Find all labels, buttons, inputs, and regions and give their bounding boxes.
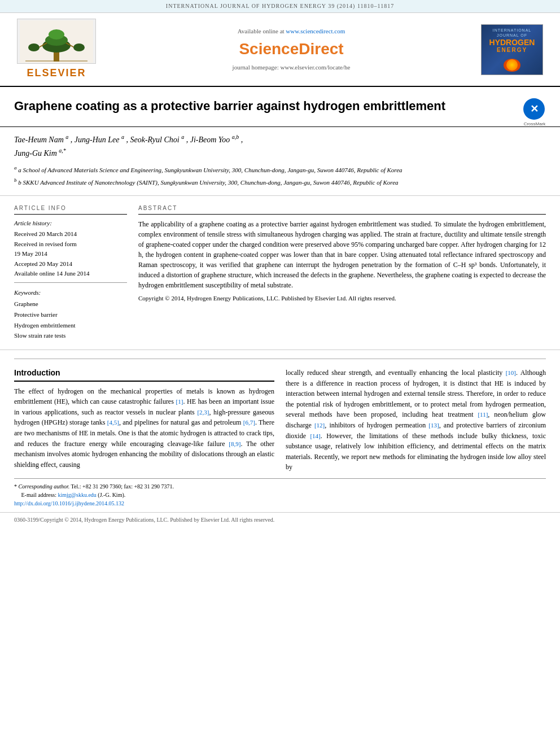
introduction-two-col: Introduction The effect of hydrogen on t…: [14, 368, 546, 473]
history-title: Article history:: [14, 219, 127, 228]
footnote-section: * Corresponding author. Tel.: * Correspo…: [14, 478, 546, 508]
authors-section: Tae-Heum Nam a , Jung-Hun Lee a , Seok-R…: [0, 127, 560, 195]
ref-13[interactable]: [13]: [428, 422, 439, 429]
ref-14[interactable]: [14]: [310, 433, 320, 439]
footnote-corresponding: * Corresponding author. Tel.: * Correspo…: [14, 482, 546, 491]
info-abstract-section: Article Info Article history: Received 2…: [0, 196, 560, 351]
intro-col-right: locally reduced shear strength, and even…: [286, 368, 546, 473]
keyword-hydrogen: Hydrogen embrittlement: [14, 320, 127, 331]
footer-bar: 0360-3199/Copyright © 2014, Hydrogen Ene…: [0, 512, 560, 527]
authors-list: Tae-Heum Nam a , Jung-Hun Lee a , Seok-R…: [14, 133, 546, 160]
svg-point-6: [28, 43, 40, 51]
ref-10[interactable]: [10]: [506, 369, 516, 376]
received-revised-date: 19 May 2014: [14, 249, 127, 259]
abstract-title: Abstract: [138, 204, 546, 215]
elsevier-logo: ELSEVIER: [11, 19, 102, 80]
footnote-email: E-mail address: kimjg@skku.edu (J.-G. Ki…: [14, 491, 546, 499]
received-date: Received 20 March 2014: [14, 229, 127, 239]
svg-point-4: [49, 29, 64, 40]
publisher-logo-section: ELSEVIER: [11, 19, 102, 80]
ref-11[interactable]: [11]: [478, 411, 488, 418]
accepted-date: Accepted 20 May 2014: [14, 259, 127, 269]
footnote-doi: http://dx.doi.org/10.1016/j.ijhydene.201…: [14, 499, 546, 508]
journal-citation: International Journal of Hydrogen Energy…: [166, 3, 394, 9]
journal-cover-hydrogen: HYDROGEN: [489, 38, 535, 46]
elsevier-tree-image: [17, 19, 96, 64]
ref-2-3[interactable]: [2,3]: [197, 409, 209, 416]
journal-cover-energy: ENERGY: [497, 46, 527, 54]
received-revised-label: Received in revised form: [14, 239, 127, 250]
available-online-date: Available online 14 June 2014: [14, 269, 127, 279]
ref-4-5[interactable]: [4,5]: [107, 419, 119, 426]
sciencedirect-logo: ScienceDirect: [107, 38, 475, 60]
journal-header-bar: International Journal of Hydrogen Energy…: [0, 0, 560, 13]
affiliation-b: b b SKKU Advanced Institute of Nanotechn…: [14, 177, 546, 187]
doi-link[interactable]: http://dx.doi.org/10.1016/j.ijhydene.201…: [14, 500, 124, 506]
keywords-section: Keywords: Graphene Protective barrier Hy…: [14, 289, 127, 341]
ref-6-7[interactable]: [6,7]: [243, 419, 255, 426]
intro-section-title: Introduction: [14, 368, 274, 382]
journal-homepage: journal homepage: www.elsevier.com/locat…: [107, 63, 475, 72]
keywords-title: Keywords:: [14, 289, 127, 297]
keyword-ssrt: Slow strain rate tests: [14, 330, 127, 341]
footer-text: 0360-3199/Copyright © 2014, Hydrogen Ene…: [14, 517, 274, 523]
journal-cover-section: International Journal of HYDROGEN ENERGY: [481, 24, 549, 75]
ref-12[interactable]: [12]: [314, 422, 325, 429]
article-title-section: Graphene coating as a protective barrier…: [0, 87, 560, 127]
copyright-text: Copyright © 2014, Hydrogen Energy Public…: [138, 294, 546, 303]
crossmark-icon: ✕: [523, 98, 545, 120]
intro-text-right: locally reduced shear strength, and even…: [286, 368, 546, 473]
intro-text-left: The effect of hydrogen on the mechanical…: [14, 386, 274, 470]
keyword-protective: Protective barrier: [14, 309, 127, 320]
crossmark-badge: ✕ CrossMark: [523, 98, 546, 121]
abstract-text: The applicability of a graphene coating …: [138, 219, 546, 290]
abstract-panel: Abstract The applicability of a graphene…: [138, 204, 546, 342]
article-title: Graphene coating as a protective barrier…: [14, 98, 515, 115]
author-email-link[interactable]: kimjg@skku.edu: [58, 492, 96, 498]
article-info-panel: Article Info Article history: Received 2…: [14, 204, 127, 342]
page-header: ELSEVIER Available online at www.science…: [0, 13, 560, 87]
ref-1[interactable]: [1]: [176, 398, 183, 405]
journal-info-center: Available online at www.sciencedirect.co…: [107, 27, 475, 72]
journal-cover-image: International Journal of HYDROGEN ENERGY: [481, 24, 543, 75]
body-content: Introduction The effect of hydrogen on t…: [0, 368, 560, 473]
article-info-title: Article Info: [14, 204, 127, 215]
affiliations: a a School of Advanced Materials Science…: [14, 164, 546, 187]
info-divider: [14, 282, 127, 283]
keyword-graphene: Graphene: [14, 299, 127, 309]
svg-rect-1: [54, 51, 59, 62]
svg-point-8: [73, 43, 85, 51]
sciencedirect-url[interactable]: www.sciencedirect.com: [286, 28, 345, 34]
available-online-text: Available online at www.sciencedirect.co…: [107, 27, 475, 36]
ref-8-9[interactable]: [8,9]: [229, 440, 240, 447]
affiliation-a: a a School of Advanced Materials Science…: [14, 164, 546, 174]
elsevier-text: ELSEVIER: [27, 66, 86, 80]
intro-col-left: Introduction The effect of hydrogen on t…: [14, 368, 274, 473]
section-divider: [14, 359, 546, 359]
